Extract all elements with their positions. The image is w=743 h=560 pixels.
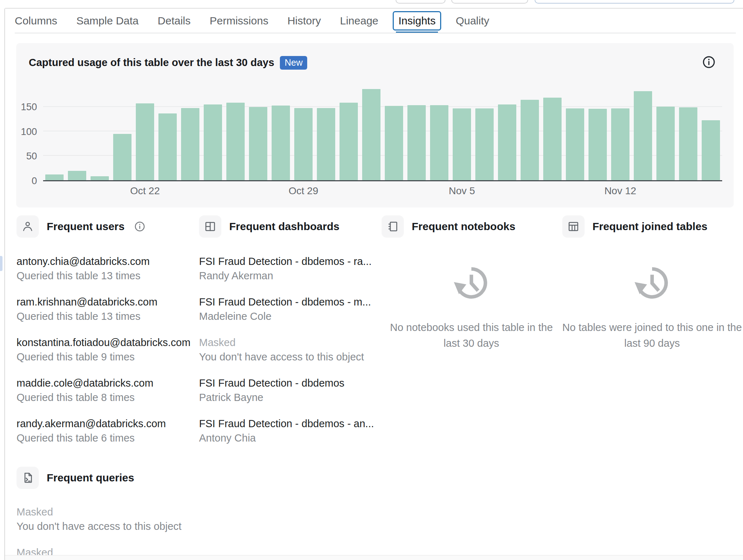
list-item: maddie.cole@databricks.com Queried this … bbox=[17, 376, 196, 405]
footer-strip bbox=[5, 555, 743, 560]
tab-label: Details bbox=[158, 15, 191, 27]
usage-bar bbox=[498, 104, 516, 180]
item-secondary: Antony Chia bbox=[199, 431, 379, 445]
frequent-joined-tables-section: Frequent joined tables No tables were jo… bbox=[562, 215, 742, 351]
list-item: antony.chia@databricks.com Queried this … bbox=[17, 254, 196, 283]
list-item: FSI Fraud Detection - dbdemos - an... An… bbox=[199, 416, 379, 445]
item-secondary: Queried this table 13 times bbox=[17, 269, 196, 283]
section-title: Frequent users bbox=[47, 220, 125, 233]
section-title: Frequent dashboards bbox=[229, 220, 340, 233]
list-item: FSI Fraud Detection - dbdemos - m... Mad… bbox=[199, 295, 379, 323]
usage-bar bbox=[91, 176, 109, 180]
usage-bar bbox=[566, 108, 584, 180]
usage-bar bbox=[407, 105, 425, 180]
usage-bar bbox=[294, 108, 312, 180]
tab-bar: Columns Sample Data Details Permissions … bbox=[15, 9, 489, 33]
tab-columns[interactable]: Columns bbox=[15, 9, 57, 33]
tab-details[interactable]: Details bbox=[158, 9, 191, 33]
section-title: Frequent joined tables bbox=[592, 220, 707, 233]
info-icon[interactable] bbox=[134, 221, 146, 232]
frequent-dashboards-list: FSI Fraud Detection - dbdemos - ra... Ra… bbox=[199, 254, 379, 445]
user-icon bbox=[17, 215, 39, 238]
tab-label: Permissions bbox=[210, 15, 268, 27]
usage-bar bbox=[656, 107, 674, 180]
frequent-notebooks-section: Frequent notebooks No notebooks used thi… bbox=[382, 215, 561, 351]
usage-bar bbox=[340, 103, 357, 180]
usage-bar bbox=[158, 113, 176, 180]
list-item: FSI Fraud Detection - dbdemos - ra... Ra… bbox=[199, 254, 379, 283]
tab-label: Insights bbox=[393, 11, 441, 31]
list-item: konstantina.fotiadou@databricks.com Quer… bbox=[17, 335, 196, 364]
x-tick-label: Nov 5 bbox=[449, 185, 475, 197]
frequent-queries-list: Masked You don't have access to this obj… bbox=[17, 505, 340, 560]
panel-title: Captured usage of this table over the la… bbox=[29, 57, 274, 69]
tab-label: Columns bbox=[15, 15, 57, 27]
frequent-users-section: Frequent users antony.chia@databricks.co… bbox=[17, 215, 196, 457]
frequent-dashboards-section: Frequent dashboards FSI Fraud Detection … bbox=[199, 215, 379, 457]
partial-toolbar-button-1[interactable] bbox=[396, 0, 446, 4]
tab-quality[interactable]: Quality bbox=[456, 9, 489, 33]
list-item: FSI Fraud Detection - dbdemos Patrick Ba… bbox=[199, 376, 379, 405]
empty-text: No notebooks used this table in the last… bbox=[382, 319, 561, 351]
usage-bar bbox=[249, 107, 267, 180]
new-badge: New bbox=[280, 56, 307, 70]
usage-bar bbox=[679, 107, 697, 180]
usage-bar bbox=[272, 106, 290, 180]
history-icon bbox=[633, 264, 671, 302]
left-rail bbox=[0, 9, 5, 560]
item-secondary: Queried this table 9 times bbox=[17, 350, 196, 364]
y-tick-label: 150 bbox=[21, 102, 37, 112]
usage-bar bbox=[136, 103, 154, 180]
item-secondary: Queried this table 6 times bbox=[17, 431, 196, 445]
item-primary: maddie.cole@databricks.com bbox=[17, 376, 196, 390]
section-title: Frequent notebooks bbox=[412, 220, 515, 233]
list-item: randy.akerman@databricks.com Queried thi… bbox=[17, 416, 196, 445]
top-divider bbox=[5, 8, 743, 9]
item-primary: FSI Fraud Detection - dbdemos bbox=[199, 376, 379, 390]
tab-label: History bbox=[287, 15, 321, 27]
usage-bar bbox=[204, 104, 222, 180]
frequent-queries-section: Frequent queries Masked You don't have a… bbox=[17, 467, 340, 560]
usage-bar bbox=[181, 108, 199, 180]
notebooks-empty-state: No notebooks used this table in the last… bbox=[382, 264, 561, 351]
item-primary: Masked bbox=[17, 505, 340, 519]
empty-text: No tables were joined to this one in the… bbox=[562, 319, 742, 351]
info-icon[interactable] bbox=[702, 55, 716, 69]
tab-history[interactable]: History bbox=[287, 9, 321, 33]
item-secondary: Patrick Bayne bbox=[199, 390, 379, 405]
y-axis-labels: 050100150 bbox=[16, 83, 37, 181]
tab-lineage[interactable]: Lineage bbox=[340, 9, 378, 33]
notebook-icon bbox=[382, 215, 404, 238]
list-item: Masked You don't have access to this obj… bbox=[199, 335, 379, 364]
item-primary: ram.krishnan@databricks.com bbox=[17, 295, 196, 309]
partial-toolbar-search-input[interactable] bbox=[535, 0, 734, 4]
item-secondary: Queried this table 8 times bbox=[17, 390, 196, 405]
partial-toolbar-button-2[interactable] bbox=[451, 0, 528, 4]
item-primary: antony.chia@databricks.com bbox=[17, 254, 196, 269]
list-item: Masked You don't have access to this obj… bbox=[17, 505, 340, 533]
tab-insights[interactable]: Insights bbox=[397, 9, 437, 33]
usage-bar bbox=[475, 108, 493, 180]
usage-bar bbox=[45, 174, 63, 180]
item-primary: FSI Fraud Detection - dbdemos - ra... bbox=[199, 254, 379, 269]
x-tick-label: Oct 22 bbox=[130, 185, 160, 197]
item-secondary: Madeleine Cole bbox=[199, 309, 379, 323]
usage-bar bbox=[113, 134, 131, 180]
tab-permissions[interactable]: Permissions bbox=[210, 9, 268, 33]
list-item: ram.krishnan@databricks.com Queried this… bbox=[17, 295, 196, 323]
usage-bar-chart: 050100150 Oct 22Oct 29Nov 5Nov 12 bbox=[43, 83, 722, 181]
tabbar-border bbox=[15, 33, 736, 33]
usage-bar bbox=[385, 106, 403, 180]
joined-tables-empty-state: No tables were joined to this one in the… bbox=[562, 264, 742, 351]
usage-bar bbox=[453, 108, 471, 180]
dashboard-icon bbox=[199, 215, 221, 238]
x-tick-label: Nov 12 bbox=[604, 185, 636, 197]
y-tick-label: 100 bbox=[21, 127, 37, 137]
tab-sample-data[interactable]: Sample Data bbox=[76, 9, 138, 33]
tab-label: Sample Data bbox=[76, 15, 138, 27]
usage-panel: Captured usage of this table over the la… bbox=[16, 43, 734, 207]
item-secondary: Queried this table 13 times bbox=[17, 309, 196, 323]
usage-bar bbox=[611, 108, 629, 180]
tab-label: Quality bbox=[456, 15, 489, 27]
usage-bar bbox=[226, 103, 244, 180]
